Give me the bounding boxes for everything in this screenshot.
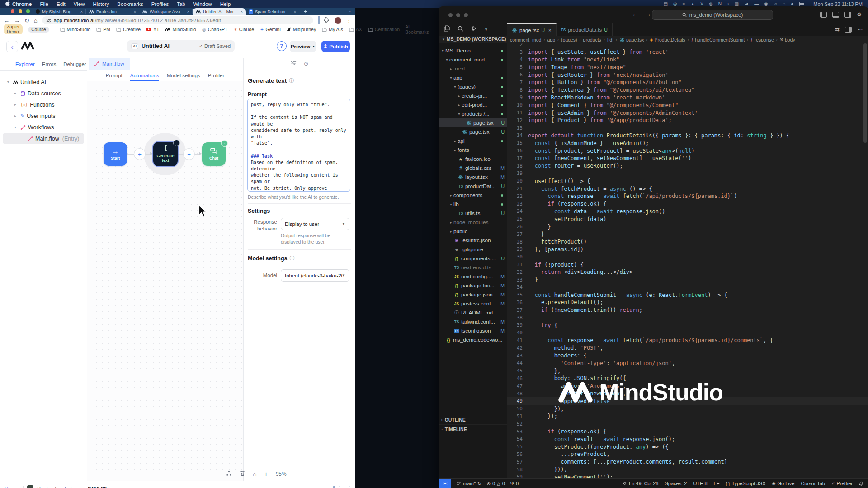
tab-close-icon[interactable]: × bbox=[241, 9, 243, 14]
status-prettier[interactable]: ✓Prettier bbox=[831, 481, 853, 486]
code-line-3[interactable]: 3import { useState, useEffect } from 're… bbox=[507, 48, 868, 56]
outline-section[interactable]: ›OUTLINE bbox=[439, 415, 507, 425]
flow-tab-main[interactable]: Main.flow bbox=[89, 58, 130, 70]
code-line-33[interactable]: 33 } bbox=[507, 276, 868, 284]
breadcrumb-item-products[interactable]: products bbox=[583, 37, 601, 42]
tab-close-icon[interactable]: × bbox=[80, 9, 83, 14]
problems-status[interactable]: ⊗0△0 bbox=[487, 481, 505, 486]
back-button[interactable]: ‹ bbox=[6, 41, 18, 52]
menubar-status-icon[interactable]: ◌ bbox=[783, 1, 785, 7]
menubar-status-icon[interactable]: ● bbox=[791, 1, 793, 7]
browser-tab[interactable]: Spam Definition - Google D...× bbox=[246, 8, 299, 15]
tree-chevron-icon[interactable]: ▸ bbox=[448, 67, 453, 71]
bookmark-pm[interactable]: PM bbox=[96, 27, 110, 32]
address-bar[interactable]: app.mindstudio.ai/my-ais/e06b459d-0725-4… bbox=[42, 16, 313, 24]
bookmark-certification[interactable]: Certification bbox=[368, 27, 400, 32]
code-line-15[interactable]: 15 const { isAdminMode } = useAdmin(); bbox=[507, 139, 868, 147]
publish-button[interactable]: ↥Publish bbox=[321, 41, 350, 52]
notifications-bell-icon[interactable] bbox=[859, 481, 863, 486]
code-line-43[interactable]: 43 headers: { bbox=[507, 352, 868, 360]
status-typescript-jsx[interactable]: { }TypeScript JSX bbox=[726, 481, 765, 486]
menubar-item-window[interactable]: Window bbox=[193, 1, 212, 7]
tree-chevron-icon[interactable]: ▸ bbox=[448, 193, 453, 197]
explorer-item-next-env-d-ts[interactable]: TSnext-env.d.ts bbox=[439, 263, 507, 272]
toggle-secondary-sidebar-icon[interactable] bbox=[844, 12, 851, 18]
code-line-54[interactable]: 54 const result = await response.json(); bbox=[507, 435, 868, 443]
new-tab-button[interactable]: + bbox=[304, 9, 307, 15]
bookmark-mindstudio[interactable]: MindStudio bbox=[165, 27, 196, 32]
tree-chevron-icon[interactable]: ▾ bbox=[5, 80, 11, 84]
maximize-window-button[interactable] bbox=[26, 9, 30, 13]
code-line-18[interactable]: 18 const router = useRouter(); bbox=[507, 162, 868, 170]
code-line-8[interactable]: 8import { Textarea } from "@/components/… bbox=[507, 86, 868, 94]
code-line-56[interactable]: 56 ...prevProduct, bbox=[507, 450, 868, 458]
explorer-item-package-json[interactable]: {}package.jsonM bbox=[439, 290, 507, 299]
minimize-window-button[interactable] bbox=[19, 9, 22, 13]
generate-text-node[interactable]: Generate text − bbox=[153, 142, 178, 166]
explorer-item-readme-md[interactable]: ⓘREADME.md bbox=[439, 308, 507, 317]
response-behavior-select[interactable]: Display to user▼ bbox=[281, 218, 349, 230]
zoom-out-button[interactable]: − bbox=[294, 470, 298, 478]
split-editor-icon[interactable] bbox=[845, 27, 852, 33]
usage-link[interactable]: Usage bbox=[5, 486, 19, 488]
trash-icon[interactable] bbox=[240, 470, 245, 478]
close-window-button[interactable] bbox=[11, 9, 14, 13]
window-controls[interactable] bbox=[11, 9, 30, 13]
bookmark-gemini[interactable]: ✦Gemini bbox=[260, 27, 281, 32]
explorer-item-favicon-ico[interactable]: ★favicon.ico bbox=[439, 155, 507, 164]
reload-icon[interactable]: ↻ bbox=[24, 18, 29, 23]
menubar-status-icon[interactable]: ◄ bbox=[744, 1, 749, 7]
code-line-39[interactable]: 39 try { bbox=[507, 321, 868, 329]
code-line-25[interactable]: 25 setProduct(data) bbox=[507, 215, 868, 223]
preview-button[interactable]: Preview▼ bbox=[290, 41, 316, 52]
bookmark-midjourney[interactable]: Midjourney bbox=[287, 27, 316, 32]
ports-status[interactable]: Ψ0 bbox=[510, 481, 519, 486]
explorer-item-productdat-[interactable]: TSproductDat...U bbox=[439, 182, 507, 191]
code-editor[interactable]: 23import { useState, useEffect } from 'r… bbox=[507, 43, 868, 478]
tree-chevron-icon[interactable]: ▸ bbox=[13, 114, 18, 118]
extensions-puzzle-icon[interactable] bbox=[324, 16, 330, 24]
start-node[interactable]: → Start bbox=[104, 142, 127, 166]
settings-gear-icon[interactable]: ⚙ bbox=[857, 11, 862, 18]
chevron-down-icon[interactable]: ∨ bbox=[485, 27, 488, 32]
sidebar-item-data-sources[interactable]: ▸Data sources bbox=[3, 88, 84, 99]
breadcrumb-item--id-[interactable]: [id] bbox=[607, 37, 613, 42]
explorer-item-public[interactable]: ▸public bbox=[439, 227, 507, 236]
bookmark-creative[interactable]: Creative bbox=[116, 27, 141, 32]
tab-group-chip[interactable]: Course bbox=[28, 27, 49, 33]
node-badge-icon[interactable]: ◦ bbox=[221, 140, 228, 147]
command-center-search[interactable]: ms_demo (Workspace) bbox=[652, 10, 773, 20]
code-line-5[interactable]: 5import Image from "next/image" bbox=[507, 63, 868, 71]
toggle-panel-icon[interactable] bbox=[832, 12, 839, 18]
help-button[interactable]: ? bbox=[277, 41, 287, 51]
tree-chevron-icon[interactable]: ▸ bbox=[448, 221, 453, 225]
bookmark-claude[interactable]: ✶Claude bbox=[233, 27, 254, 32]
code-line-34[interactable]: 34 bbox=[507, 284, 868, 291]
tree-chevron-icon[interactable]: ▾ bbox=[440, 49, 445, 53]
compare-icon[interactable]: ⇆ bbox=[835, 26, 840, 33]
browser-tab[interactable]: Workspace Assistant× bbox=[139, 8, 193, 15]
explorer-item-api[interactable]: ▸api bbox=[439, 136, 507, 145]
explorer-item--next[interactable]: ▸.next bbox=[439, 64, 507, 73]
explorer-item--pages-[interactable]: ▾(pages) bbox=[439, 82, 507, 91]
code-line-29[interactable]: 29 }, [params.id]) bbox=[507, 246, 868, 253]
sidebar-tab-explorer[interactable]: Explorer bbox=[15, 58, 35, 70]
all-bookmarks-button[interactable]: All Bookmarks bbox=[405, 24, 429, 35]
code-line-2[interactable]: 2 bbox=[507, 43, 868, 48]
explorer-icon[interactable] bbox=[444, 25, 450, 33]
apple-icon[interactable] bbox=[5, 0, 10, 7]
explorer-item-node-modules[interactable]: ▸node_modules bbox=[439, 218, 507, 227]
breadcrumb-item-page-tsx[interactable]: page.tsx bbox=[619, 37, 644, 42]
prompt-textarea[interactable]: post, reply only with "true". If the con… bbox=[247, 99, 350, 192]
auto-layout-icon[interactable] bbox=[226, 470, 232, 478]
code-line-27[interactable]: 27 } bbox=[507, 230, 868, 238]
code-line-31[interactable]: 31 if (!product) { bbox=[507, 261, 868, 268]
explorer-item-globals-css[interactable]: #globals.cssM bbox=[439, 164, 507, 173]
explorer-item-postcss-conf-[interactable]: JSpostcss.conf...M bbox=[439, 299, 507, 308]
code-line-57[interactable]: 57 comments: [...prevProduct.comments, r… bbox=[507, 458, 868, 466]
bookmark-yt[interactable]: YT bbox=[146, 27, 159, 32]
code-line-53[interactable]: 53 if (response.ok) { bbox=[507, 428, 868, 436]
sidebar-item-functions[interactable]: ▸{x}Functions bbox=[3, 99, 84, 110]
breadcrumb-item-productdetails[interactable]: ◈ProductDetails bbox=[650, 37, 685, 42]
add-step-button[interactable]: + bbox=[183, 148, 195, 160]
